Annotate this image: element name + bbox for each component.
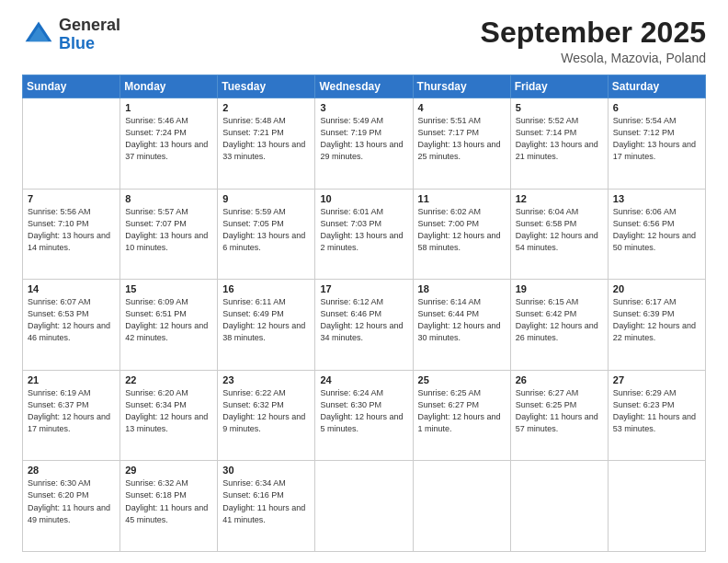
day-number: 29 (125, 465, 212, 476)
day-number: 23 (222, 374, 310, 385)
sunset-text: Sunset: 7:21 PM (222, 128, 284, 137)
table-row: 18 Sunrise: 6:14 AM Sunset: 6:44 PM Dayl… (413, 280, 510, 371)
sunset-text: Sunset: 6:37 PM (28, 400, 89, 409)
table-row: 2 Sunrise: 5:48 AM Sunset: 7:21 PM Dayli… (218, 98, 315, 190)
daylight-text: Daylight: 11 hours and 41 minutes. (222, 503, 305, 524)
table-row: 3 Sunrise: 5:49 AM Sunset: 7:19 PM Dayli… (315, 98, 413, 190)
daylight-text: Daylight: 12 hours and 17 minutes. (28, 412, 110, 433)
table-row: 17 Sunrise: 6:12 AM Sunset: 6:46 PM Dayl… (315, 280, 413, 371)
daylight-text: Daylight: 12 hours and 5 minutes. (320, 412, 403, 433)
day-number: 19 (516, 283, 603, 294)
daylight-text: Daylight: 12 hours and 26 minutes. (516, 321, 598, 342)
day-info: Sunrise: 6:27 AM Sunset: 6:25 PM Dayligh… (516, 387, 603, 435)
sunrise-text: Sunrise: 6:22 AM (222, 388, 286, 397)
daylight-text: Daylight: 13 hours and 21 minutes. (516, 140, 598, 161)
day-info: Sunrise: 6:17 AM Sunset: 6:39 PM Dayligh… (613, 296, 700, 344)
sunset-text: Sunset: 6:34 PM (125, 400, 187, 409)
sunrise-text: Sunrise: 5:57 AM (125, 207, 188, 216)
table-row: 12 Sunrise: 6:04 AM Sunset: 6:58 PM Dayl… (510, 189, 608, 280)
table-row: 14 Sunrise: 6:07 AM Sunset: 6:53 PM Dayl… (23, 280, 120, 371)
table-row: 24 Sunrise: 6:24 AM Sunset: 6:30 PM Dayl… (315, 370, 413, 461)
day-info: Sunrise: 6:22 AM Sunset: 6:32 PM Dayligh… (222, 387, 310, 435)
sunset-text: Sunset: 7:19 PM (320, 128, 381, 137)
day-number: 4 (418, 102, 506, 113)
calendar-week-row: 14 Sunrise: 6:07 AM Sunset: 6:53 PM Dayl… (23, 280, 706, 371)
daylight-text: Daylight: 11 hours and 57 minutes. (516, 412, 598, 433)
day-info: Sunrise: 6:25 AM Sunset: 6:27 PM Dayligh… (418, 387, 506, 435)
day-number: 28 (28, 465, 115, 476)
day-info: Sunrise: 6:19 AM Sunset: 6:37 PM Dayligh… (28, 387, 115, 435)
daylight-text: Daylight: 12 hours and 13 minutes. (125, 412, 208, 433)
sunrise-text: Sunrise: 6:34 AM (222, 478, 286, 488)
sunrise-text: Sunrise: 5:59 AM (222, 207, 286, 216)
day-number: 14 (28, 283, 115, 294)
day-number: 22 (125, 374, 212, 385)
day-number: 10 (320, 193, 407, 204)
day-number: 12 (516, 193, 603, 204)
sunrise-text: Sunrise: 5:48 AM (222, 116, 286, 125)
day-number: 1 (125, 102, 212, 113)
sunrise-text: Sunrise: 6:01 AM (320, 207, 383, 216)
day-number: 2 (222, 102, 310, 113)
sunset-text: Sunset: 6:18 PM (125, 490, 187, 500)
table-row: 16 Sunrise: 6:11 AM Sunset: 6:49 PM Dayl… (218, 280, 315, 371)
day-info: Sunrise: 6:06 AM Sunset: 6:56 PM Dayligh… (613, 206, 700, 254)
sunset-text: Sunset: 6:16 PM (222, 490, 284, 500)
table-row (315, 461, 413, 552)
logo-general-text: General (59, 17, 120, 35)
table-row: 26 Sunrise: 6:27 AM Sunset: 6:25 PM Dayl… (510, 370, 608, 461)
day-info: Sunrise: 5:59 AM Sunset: 7:05 PM Dayligh… (222, 206, 310, 254)
daylight-text: Daylight: 13 hours and 2 minutes. (320, 231, 403, 252)
table-row: 19 Sunrise: 6:15 AM Sunset: 6:42 PM Dayl… (510, 280, 608, 371)
day-number: 3 (320, 102, 407, 113)
sunrise-text: Sunrise: 6:06 AM (613, 207, 677, 216)
calendar-week-row: 21 Sunrise: 6:19 AM Sunset: 6:37 PM Dayl… (23, 370, 706, 461)
daylight-text: Daylight: 12 hours and 58 minutes. (418, 231, 501, 252)
sunset-text: Sunset: 6:51 PM (125, 309, 187, 318)
day-info: Sunrise: 6:14 AM Sunset: 6:44 PM Dayligh… (418, 296, 506, 344)
day-number: 8 (125, 193, 212, 204)
daylight-text: Daylight: 13 hours and 17 minutes. (613, 140, 696, 161)
sunset-text: Sunset: 6:49 PM (222, 309, 284, 318)
day-info: Sunrise: 6:24 AM Sunset: 6:30 PM Dayligh… (320, 387, 407, 435)
daylight-text: Daylight: 12 hours and 50 minutes. (613, 231, 696, 252)
sunrise-text: Sunrise: 5:51 AM (418, 116, 482, 125)
table-row: 10 Sunrise: 6:01 AM Sunset: 7:03 PM Dayl… (315, 189, 413, 280)
table-row: 21 Sunrise: 6:19 AM Sunset: 6:37 PM Dayl… (23, 370, 120, 461)
table-row: 15 Sunrise: 6:09 AM Sunset: 6:51 PM Dayl… (120, 280, 218, 371)
logo-icon (22, 18, 55, 52)
sunrise-text: Sunrise: 6:20 AM (125, 388, 188, 397)
table-row: 13 Sunrise: 6:06 AM Sunset: 6:56 PM Dayl… (608, 189, 705, 280)
day-number: 16 (222, 283, 310, 294)
calendar-table: Sunday Monday Tuesday Wednesday Thursday… (22, 75, 706, 552)
table-row: 7 Sunrise: 5:56 AM Sunset: 7:10 PM Dayli… (23, 189, 120, 280)
col-friday: Friday (510, 75, 608, 98)
day-number: 26 (516, 374, 603, 385)
sunset-text: Sunset: 7:00 PM (418, 219, 480, 228)
day-number: 5 (516, 102, 603, 113)
sunrise-text: Sunrise: 5:46 AM (125, 116, 188, 125)
col-monday: Monday (120, 75, 218, 98)
day-number: 24 (320, 374, 407, 385)
day-number: 9 (222, 193, 310, 204)
sunrise-text: Sunrise: 6:15 AM (516, 297, 579, 306)
col-sunday: Sunday (23, 75, 120, 98)
day-info: Sunrise: 5:48 AM Sunset: 7:21 PM Dayligh… (222, 115, 310, 163)
day-number: 30 (222, 465, 310, 476)
col-thursday: Thursday (413, 75, 510, 98)
day-info: Sunrise: 6:29 AM Sunset: 6:23 PM Dayligh… (613, 387, 700, 435)
day-number: 25 (418, 374, 506, 385)
daylight-text: Daylight: 12 hours and 34 minutes. (320, 321, 403, 342)
sunset-text: Sunset: 6:25 PM (516, 400, 577, 409)
col-tuesday: Tuesday (218, 75, 315, 98)
table-row: 1 Sunrise: 5:46 AM Sunset: 7:24 PM Dayli… (120, 98, 218, 190)
sunrise-text: Sunrise: 5:49 AM (320, 116, 383, 125)
daylight-text: Daylight: 13 hours and 29 minutes. (320, 140, 403, 161)
sunset-text: Sunset: 6:56 PM (613, 219, 675, 228)
sunrise-text: Sunrise: 6:07 AM (28, 297, 91, 306)
sunset-text: Sunset: 7:03 PM (320, 219, 381, 228)
table-row: 4 Sunrise: 5:51 AM Sunset: 7:17 PM Dayli… (413, 98, 510, 190)
sunrise-text: Sunrise: 6:25 AM (418, 388, 482, 397)
daylight-text: Daylight: 13 hours and 10 minutes. (125, 231, 208, 252)
sunset-text: Sunset: 6:39 PM (613, 309, 675, 318)
